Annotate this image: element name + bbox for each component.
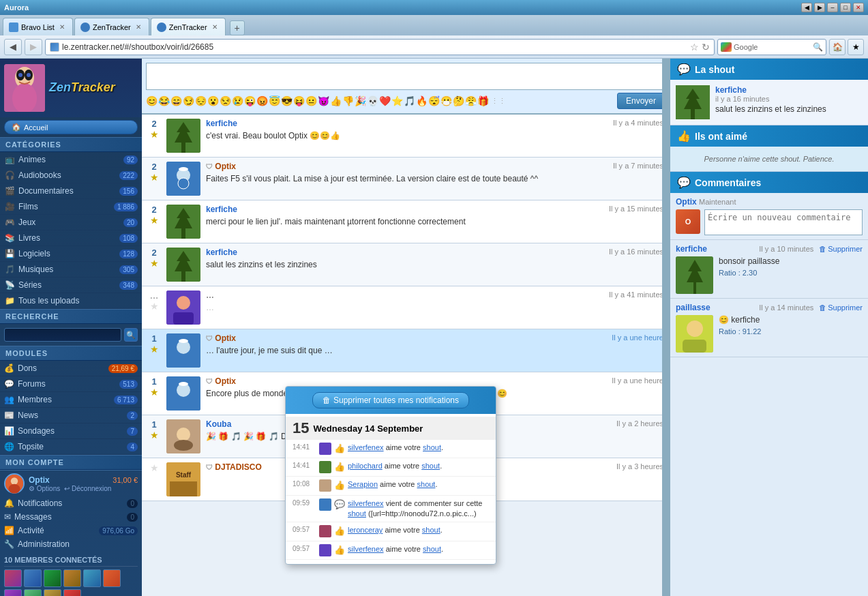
notif-user-link-5[interactable]: leronceray <box>348 526 383 534</box>
comment-2-delete[interactable]: 🗑 Supprimer <box>819 303 863 312</box>
address-bar[interactable]: le.zentracker.net/#/shoutbox/voir/id/266… <box>45 39 715 55</box>
tab-bravo-list[interactable]: Bravo List ✕ <box>3 18 73 35</box>
sidebar-item-activite[interactable]: 📶 Activité 976,06 Go <box>0 524 142 537</box>
shout-author-1[interactable]: kerfiche <box>206 119 237 128</box>
module-membres[interactable]: 👥 Membres 6 713 <box>0 392 142 408</box>
tab-zentracker-1[interactable]: ZenTracker ✕ <box>74 18 149 35</box>
emoji-17[interactable]: 👎 <box>342 95 354 106</box>
shout-author-9[interactable]: 🛡 DJTADISCO <box>206 462 262 472</box>
emoji-10[interactable]: 😡 <box>256 95 268 106</box>
emoji-4[interactable]: 😏 <box>183 95 194 106</box>
connected-avatar-10[interactable] <box>63 589 81 596</box>
window-close-btn[interactable]: ✕ <box>853 3 864 12</box>
notif-user-link-4[interactable]: silverfenex <box>348 499 384 507</box>
shout-author-4[interactable]: kerfiche <box>206 248 237 257</box>
notif-user-link-1[interactable]: silverfenex <box>348 443 384 451</box>
account-logout-link[interactable]: ↩ Déconnexion <box>64 485 111 492</box>
nav-right-btn[interactable]: ▶ <box>814 3 825 12</box>
forward-button[interactable]: ▶ <box>25 39 42 55</box>
vote-star-3[interactable]: ★ <box>150 215 159 226</box>
window-maximize-btn[interactable]: □ <box>840 3 851 12</box>
emoji-20[interactable]: ❤️ <box>379 95 391 106</box>
notif-shout-link-2[interactable]: shout <box>421 462 440 470</box>
emoji-3[interactable]: 😄 <box>170 95 182 106</box>
connected-avatar-3[interactable] <box>44 569 61 587</box>
emoji-13[interactable]: 😝 <box>293 95 305 106</box>
sidebar-item-messages[interactable]: ✉ Messages 0 <box>0 510 142 524</box>
shout-author-3[interactable]: kerfiche <box>206 205 237 214</box>
vote-star-1[interactable]: ★ <box>150 129 159 140</box>
vote-star-8[interactable]: ★ <box>150 430 159 441</box>
emoji-18[interactable]: 🎉 <box>355 95 366 106</box>
compose-textarea[interactable] <box>146 63 665 90</box>
vote-star-4[interactable]: ★ <box>150 258 159 269</box>
tab-close-1[interactable]: ✕ <box>57 23 67 32</box>
notif-user-link-2[interactable]: philochard <box>348 462 383 470</box>
emoji-25[interactable]: 😷 <box>440 95 452 106</box>
new-comment-input[interactable] <box>704 209 863 235</box>
vote-star-9[interactable]: ★ <box>150 462 159 473</box>
comment-1-delete[interactable]: 🗑 Supprimer <box>819 245 863 253</box>
emoji-16[interactable]: 👍 <box>330 95 342 106</box>
vote-star-7[interactable]: ★ <box>150 387 159 398</box>
vote-star-2[interactable]: ★ <box>150 172 159 183</box>
emoji-8[interactable]: 😢 <box>232 95 243 106</box>
emoji-21[interactable]: ⭐ <box>391 95 403 106</box>
notif-shout-link-4[interactable]: shout <box>348 509 366 518</box>
emoji-14[interactable]: 😐 <box>305 95 317 106</box>
connected-avatar-9[interactable] <box>44 589 61 596</box>
window-minimize-btn[interactable]: – <box>827 3 838 12</box>
notif-user-link-6[interactable]: silverfenex <box>348 545 384 553</box>
comment-1-author[interactable]: kerfiche <box>676 244 707 254</box>
notif-shout-link-1[interactable]: shout <box>423 443 441 451</box>
send-button[interactable]: Envoyer <box>617 93 665 109</box>
emoji-28[interactable]: 🎁 <box>477 95 489 106</box>
sidebar-item-audiobooks[interactable]: 🎧 Audiobooks 222 <box>0 168 142 183</box>
clear-notifications-button[interactable]: 🗑 Supprimer toutes mes notifications <box>312 392 469 408</box>
emoji-15[interactable]: 😈 <box>318 95 329 106</box>
vote-star-5[interactable]: ★ <box>150 301 159 312</box>
notif-shout-link-6[interactable]: shout <box>423 545 441 553</box>
home-button[interactable]: 🏠 <box>829 39 845 55</box>
emoji-11[interactable]: 😇 <box>269 95 280 106</box>
back-button[interactable]: ◀ <box>4 39 22 55</box>
sidebar-item-jeux[interactable]: 🎮 Jeux 20 <box>0 215 142 230</box>
emoji-9[interactable]: 😜 <box>244 95 256 106</box>
shout-author-7[interactable]: 🛡 Optix <box>206 376 236 386</box>
sidebar-item-administration[interactable]: 🔧 Administration <box>0 537 142 551</box>
emoji-6[interactable]: 😮 <box>207 95 219 106</box>
vote-star-6[interactable]: ★ <box>150 344 159 355</box>
emoji-2[interactable]: 😂 <box>158 95 170 106</box>
emoji-23[interactable]: 🔥 <box>416 95 428 106</box>
sidebar-search-input[interactable] <box>4 328 121 342</box>
shout-author-5[interactable]: … <box>206 290 214 300</box>
sidebar-item-documentaires[interactable]: 🎬 Documentaires 156 <box>0 183 142 199</box>
shout-author-6[interactable]: 🛡 Optix <box>206 333 236 343</box>
emoji-7[interactable]: 😒 <box>220 95 231 106</box>
emoji-22[interactable]: 🎵 <box>404 95 415 106</box>
sidebar-search-button[interactable]: 🔍 <box>124 328 138 342</box>
notif-user-link-3[interactable]: Serapion <box>348 480 378 488</box>
connected-avatar-6[interactable] <box>103 569 121 587</box>
sidebar-item-series[interactable]: 📡 Séries 348 <box>0 278 142 293</box>
new-tab-button[interactable]: + <box>230 20 245 35</box>
search-go-icon[interactable]: 🔍 <box>813 42 823 52</box>
tab-close-3[interactable]: ✕ <box>210 23 220 32</box>
la-shout-author[interactable]: kerfiche <box>715 85 863 95</box>
account-options-link[interactable]: ⚙ Options <box>29 485 60 492</box>
tab-close-2[interactable]: ✕ <box>134 23 143 32</box>
notif-shout-link-5[interactable]: shout <box>422 526 440 534</box>
emoji-19[interactable]: 💀 <box>367 95 378 106</box>
emoji-26[interactable]: 🤔 <box>453 95 464 106</box>
sidebar-item-notifications[interactable]: 🔔 Notifications 0 <box>0 496 142 510</box>
module-sondages[interactable]: 📊 Sondages 7 <box>0 423 142 439</box>
tab-zentracker-2[interactable]: ZenTracker ✕ <box>151 18 226 35</box>
module-topsite[interactable]: 🌐 Topsite 4 <box>0 439 142 455</box>
connected-avatar-1[interactable] <box>4 569 22 587</box>
emoji-12[interactable]: 😎 <box>281 95 293 106</box>
shout-author-8[interactable]: Kouba <box>206 419 231 429</box>
connected-avatar-8[interactable] <box>24 589 42 596</box>
bookmarks-button[interactable]: ★ <box>848 39 864 55</box>
notif-shout-link-3[interactable]: shout <box>417 480 436 488</box>
bookmark-star-icon[interactable]: ☆ <box>690 42 699 53</box>
